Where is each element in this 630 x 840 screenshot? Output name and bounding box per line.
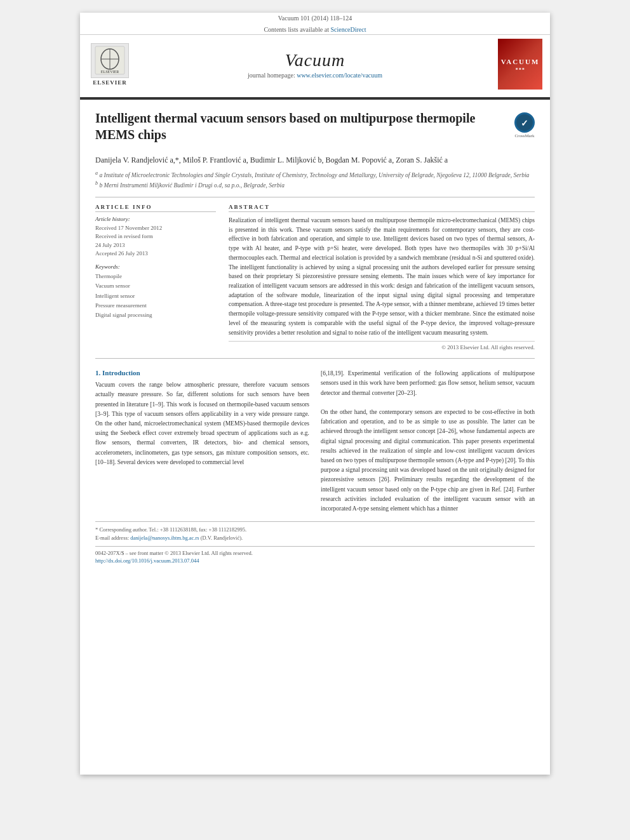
accepted-date: Accepted 26 July 2013 [95, 250, 216, 258]
section-divider-2 [95, 358, 535, 359]
body-right-text: [6,18,19]. Experimental verification of … [321, 369, 535, 514]
section-divider-1 [95, 197, 535, 197]
sciencedirect-label: Contents lists available at [264, 26, 328, 33]
article-title: Intelligent thermal vacuum sensors based… [95, 110, 508, 143]
received-revised-label: Received in revised form [95, 232, 216, 241]
journal-cover: VACUUM ■ ■ ■ [498, 39, 542, 90]
affiliation-b: b b Merni Instrumenti Miljković Budimir … [95, 180, 535, 190]
article-page: Vacuum 101 (2014) 118–124 Contents lists… [80, 13, 550, 775]
journal-homepage: journal homepage: www.elsevier.com/locat… [132, 72, 498, 79]
journal-banner: ELSEVIER ELSEVIER Vacuum journal homepag… [80, 35, 550, 93]
body-text-area: 1. Introduction Vacuum covers the range … [95, 369, 535, 514]
keyword-2: Vacuum sensor [95, 281, 216, 291]
journal-top-bar: Contents lists available at ScienceDirec… [80, 23, 550, 35]
crossmark: ✓ CrossMark [514, 112, 535, 138]
revised-date: 24 July 2013 [95, 241, 216, 250]
affiliations: a a Institute of Microelectronic Technol… [95, 170, 535, 190]
svg-text:✓: ✓ [521, 119, 528, 128]
authors: Danijela V. Randjelović a,*, Miloš P. Fr… [95, 154, 535, 166]
body-left-text: Vacuum covers the range below atmospheri… [95, 380, 309, 467]
body-right-col: [6,18,19]. Experimental verification of … [321, 369, 535, 514]
with-text: with [514, 496, 525, 502]
received-date: Received 17 November 2012 [95, 224, 216, 233]
article-info-heading: ARTICLE INFO [95, 204, 216, 212]
journal-title: Vacuum [132, 50, 498, 70]
authors-text: Danijela V. Randjelović a,*, Miloš P. Fr… [95, 156, 448, 164]
keywords-list: Thermopile Vacuum sensor Intelligent sen… [95, 272, 216, 320]
email-link[interactable]: danijela@nanosys.ihtm.bg.ac.rs [130, 535, 199, 541]
email-author: (D.V. Randjelović). [201, 535, 243, 541]
homepage-label: journal homepage: [248, 72, 295, 79]
abstract-text: Realization of intelligent thermal vacuu… [229, 216, 535, 337]
doi-text: http://dx.doi.org/10.1016/j.vacuum.2013.… [95, 557, 535, 565]
sciencedirect-link[interactable]: ScienceDirect [330, 26, 366, 33]
keyword-3: Intelligent sensor [95, 291, 216, 301]
email-label: E-mail address: [95, 535, 129, 541]
keywords-title: Keywords: [95, 263, 216, 270]
svg-text:ELSEVIER: ELSEVIER [101, 70, 119, 74]
crossmark-icon: ✓ [514, 112, 535, 133]
elsevier-text: ELSEVIER [93, 79, 127, 86]
article-info-abstract: ARTICLE INFO Article history: Received 1… [95, 204, 535, 350]
issn-text: 0042-207X/$ – see front matter © 2013 El… [95, 549, 535, 557]
article-content: Intelligent thermal vacuum sensors based… [80, 100, 550, 575]
email-footnote: E-mail address: danijela@nanosys.ihtm.bg… [95, 534, 535, 542]
keyword-1: Thermopile [95, 272, 216, 281]
abstract-col: ABSTRACT Realization of intelligent ther… [229, 204, 535, 350]
body-left-col: 1. Introduction Vacuum covers the range … [95, 369, 309, 514]
section-1-heading: 1. Introduction [95, 369, 309, 377]
doi-link[interactable]: http://dx.doi.org/10.1016/j.vacuum.2013.… [95, 557, 199, 564]
crossmark-label: CrossMark [514, 133, 535, 138]
elsevier-logo: ELSEVIER ELSEVIER [88, 43, 132, 86]
abstract-heading: ABSTRACT [229, 204, 535, 212]
article-history-label: Article history: [95, 216, 216, 222]
elsevier-logo-image: ELSEVIER [91, 43, 129, 78]
copyright-line: © 2013 Elsevier Ltd. All rights reserved… [229, 341, 535, 350]
cover-text: VACUUM [501, 58, 540, 65]
keyword-5: Digital signal processing [95, 310, 216, 320]
footnote-area: * Corresponding author. Tel.: +38 111263… [95, 521, 535, 565]
journal-name-center: Vacuum journal homepage: www.elsevier.co… [132, 50, 498, 79]
keyword-4: Pressure measurement [95, 301, 216, 310]
volume-info: Vacuum 101 (2014) 118–124 [80, 13, 550, 23]
corresponding-author: * Corresponding author. Tel.: +38 111263… [95, 526, 535, 534]
article-info-col: ARTICLE INFO Article history: Received 1… [95, 204, 216, 350]
only-text: only [401, 486, 412, 493]
journal-header: Vacuum 101 (2014) 118–124 Contents lists… [80, 13, 550, 98]
homepage-url[interactable]: www.elsevier.com/locate/vacuum [297, 72, 382, 79]
affiliation-a: a a Institute of Microelectronic Technol… [95, 170, 535, 180]
